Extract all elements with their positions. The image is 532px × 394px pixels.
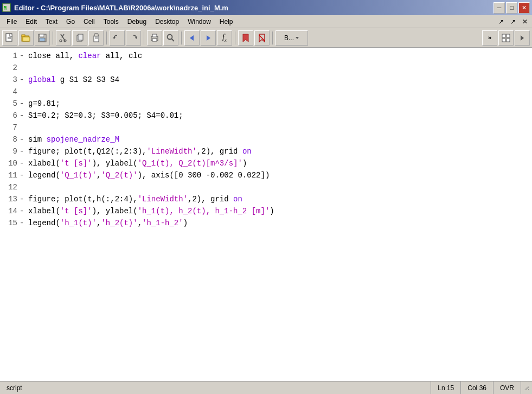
back-button[interactable] — [184, 30, 200, 46]
svg-rect-35 — [507, 34, 510, 37]
line-dash: - — [20, 111, 28, 120]
copy-button[interactable] — [72, 30, 87, 46]
clear-breakpoint-button[interactable] — [254, 30, 270, 46]
line-number: 1 — [0, 52, 20, 60]
svg-rect-37 — [507, 39, 510, 42]
line-number: 11 — [0, 171, 20, 180]
toolbar-sep-1 — [53, 31, 53, 45]
line-number: 4 — [0, 87, 20, 96]
line-number: 3 — [0, 75, 20, 84]
print-button[interactable] — [147, 30, 162, 46]
title-bar-left: M Editor - C:\Program Files\MATLAB\R2006… — [2, 3, 228, 12]
save-button[interactable] — [35, 30, 50, 46]
line-code-content: xlabel('t [s]'), ylabel('Q_1(t), Q_2(t)[… — [28, 159, 532, 168]
status-ln: Ln 15 — [431, 382, 461, 394]
status-col: Col 36 — [461, 382, 493, 394]
svg-rect-7 — [23, 37, 30, 41]
line-number: 5 — [0, 99, 20, 108]
col-label: Col — [467, 384, 477, 392]
close-button[interactable]: ✕ — [518, 2, 530, 14]
line-code-content: figure; plot(t,h(:,2:4),'LineWidth',2), … — [28, 195, 532, 204]
svg-rect-25 — [152, 39, 157, 41]
line-code-content: figure; plot(t,Q12(:,2:3),'LineWidth',2)… — [28, 147, 532, 156]
menu-right-icons: ↗ ↗ ✕ — [496, 17, 530, 27]
svg-rect-18 — [94, 34, 98, 36]
open-button[interactable] — [18, 30, 34, 46]
code-line-6: 6-S1=0.2; S2=0.3; S3=0.005; S4=0.01; — [0, 110, 532, 122]
code-editor[interactable]: 1-close all, clear all, clc2 3-global g … — [0, 48, 532, 381]
redo-button[interactable] — [126, 30, 141, 46]
layout-button[interactable] — [498, 30, 514, 46]
code-line-13: 13-figure; plot(t,h(:,2:4),'LineWidth',2… — [0, 193, 532, 205]
code-line-11: 11-legend('Q_1(t)','Q_2(t)'), axis([0 30… — [0, 169, 532, 181]
status-script: script — [0, 382, 431, 394]
svg-rect-34 — [502, 34, 505, 37]
undock-icon[interactable]: ↗ — [496, 17, 506, 27]
script-label: script — [7, 384, 22, 392]
svg-point-13 — [60, 40, 62, 42]
ln-value: 15 — [447, 384, 454, 392]
app-icon: M — [2, 3, 11, 12]
code-line-9: 9-figure; plot(t,Q12(:,2:3),'LineWidth',… — [0, 145, 532, 157]
line-number: 13 — [0, 195, 20, 204]
fx-button[interactable]: fx — [217, 30, 232, 46]
line-number: 6 — [0, 111, 20, 120]
line-code-content: g=9.81; — [28, 99, 532, 108]
ln-label: Ln — [438, 384, 445, 392]
line-code-content: sim spojene_nadrze_M — [28, 135, 532, 144]
forward-button[interactable] — [201, 30, 216, 46]
line-dash: - — [20, 99, 28, 108]
cell-dropdown[interactable]: B... — [275, 30, 308, 46]
menu-window[interactable]: Window — [183, 16, 215, 28]
menu-edit[interactable]: Edit — [21, 16, 41, 28]
line-dash: - — [20, 135, 28, 144]
cut-button[interactable] — [56, 30, 71, 46]
bookmark-button[interactable] — [238, 30, 253, 46]
fx-label: fx — [222, 33, 227, 43]
menu-desktop[interactable]: Desktop — [151, 16, 183, 28]
code-line-7: 7 — [0, 122, 532, 134]
menu-help[interactable]: Help — [215, 16, 238, 28]
svg-marker-28 — [190, 35, 194, 41]
line-dash: - — [20, 52, 28, 60]
find-button[interactable] — [163, 30, 178, 46]
line-dash: - — [20, 195, 28, 204]
svg-line-41 — [528, 389, 529, 390]
close-panel-icon[interactable]: ✕ — [520, 17, 530, 27]
undo-button[interactable] — [110, 30, 125, 46]
code-line-4: 4 — [0, 86, 532, 98]
float-icon[interactable]: ↗ — [508, 17, 518, 27]
code-line-14: 14-xlabel('t [s]'), ylabel('h_1(t), h_2(… — [0, 205, 532, 217]
new-file-button[interactable] — [2, 30, 17, 46]
toolbar-sep-4 — [181, 31, 182, 45]
toolbar-collapse-button[interactable] — [515, 30, 530, 46]
col-value: 36 — [479, 384, 486, 392]
line-dash — [20, 183, 28, 192]
code-line-10: 10-xlabel('t [s]'), ylabel('Q_1(t), Q_2(… — [0, 157, 532, 169]
menu-file[interactable]: File — [2, 16, 21, 28]
svg-rect-16 — [78, 34, 83, 40]
line-code-content: S1=0.2; S2=0.3; S3=0.005; S4=0.01; — [28, 111, 532, 120]
paste-button[interactable] — [88, 30, 104, 46]
code-line-15: 15-legend('h_1(t)','h_2(t)','h_1-h_2') — [0, 217, 532, 229]
menu-tools[interactable]: Tools — [99, 16, 123, 28]
menu-go[interactable]: Go — [62, 16, 79, 28]
line-dash: - — [20, 207, 28, 215]
svg-marker-38 — [521, 35, 524, 41]
code-line-8: 8-sim spojene_nadrze_M — [0, 134, 532, 145]
menu-cell[interactable]: Cell — [79, 16, 99, 28]
line-code-content: legend('Q_1(t)','Q_2(t)'), axis([0 300 -… — [28, 171, 532, 180]
line-dash — [20, 123, 28, 132]
toolbar-sep-6 — [272, 31, 273, 45]
menu-text[interactable]: Text — [41, 16, 62, 28]
minimize-button[interactable]: ─ — [493, 2, 505, 14]
line-dash — [20, 63, 28, 72]
svg-rect-24 — [152, 34, 157, 37]
code-line-12: 12 — [0, 181, 532, 193]
svg-marker-30 — [243, 34, 248, 42]
svg-rect-6 — [22, 35, 25, 36]
more-tools-button[interactable]: » — [482, 30, 497, 46]
menu-debug[interactable]: Debug — [123, 16, 151, 28]
status-ovr: OVR — [493, 382, 521, 394]
maximize-button[interactable]: □ — [506, 2, 517, 14]
